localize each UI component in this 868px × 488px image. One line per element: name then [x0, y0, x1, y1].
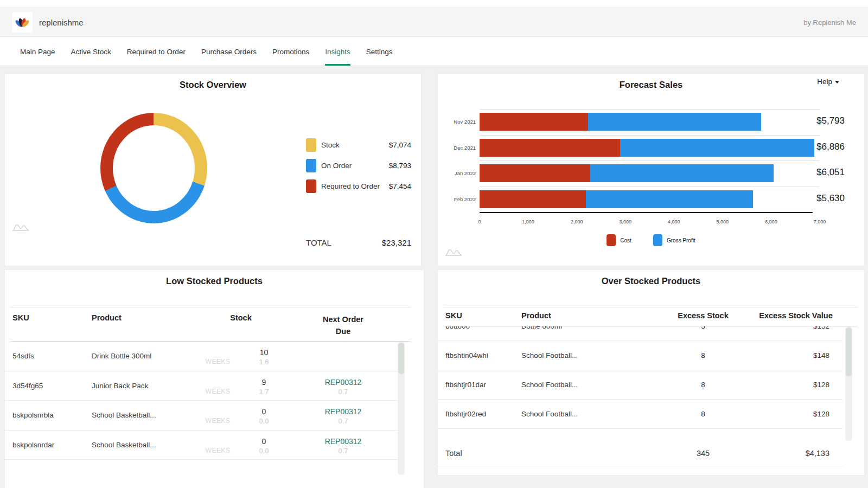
sku-cell: 54sdfs [12, 352, 92, 360]
bar-total-label: $5,793 [816, 115, 845, 126]
tab-label: Promotions [272, 48, 309, 56]
weeks-value: 0.0 [241, 417, 287, 425]
forecast-sales-title: Forecast Sales [438, 74, 864, 90]
stock-cell: 0WEEKS0.0 [195, 435, 287, 455]
bar-segment-cost [480, 113, 588, 131]
stock-cell: 10WEEKS1.6 [195, 346, 287, 366]
forecast-row-2: Dec 2021 [480, 135, 820, 161]
stock-overview-legend: Stock$7,074On Order$8,793Required to Ord… [306, 138, 411, 200]
tab-purchase-orders[interactable]: Purchase Orders [201, 37, 257, 66]
scrollbar-thumb[interactable] [846, 328, 852, 376]
x-tick: 4,000 [668, 219, 680, 224]
donut-hole [113, 125, 195, 211]
weeks-label: WEEKS [195, 388, 241, 396]
tab-label: Purchase Orders [201, 48, 257, 56]
stock-overview-total: TOTAL $23,321 [306, 238, 411, 247]
excess-stock-value-cell: $128 [749, 381, 843, 389]
table-row: bott600Bottle 600ml5$152 [438, 326, 843, 341]
table-row: bskpolsnrdarSchool Basketball...0WEEKS0.… [5, 431, 399, 460]
tab-main-page[interactable]: Main Page [20, 37, 55, 66]
legend-swatch-icon [306, 179, 316, 193]
bar-segment-gross-profit [590, 164, 774, 182]
bar-segment-gross-profit [586, 190, 753, 208]
legend-item-on-order[interactable]: On Order$8,793 [306, 158, 411, 172]
scrollbar-thumb[interactable] [398, 343, 404, 374]
col-header-sku: SKU [445, 311, 521, 320]
sku-cell: bskpolsnrbla [12, 411, 92, 419]
legend-item-gross-profit[interactable]: Gross Profit [653, 234, 695, 246]
total-label: Total [445, 442, 521, 466]
excess-stock-value-cell: $148 [749, 351, 843, 359]
over-stocked-rows: bott600Bottle 600ml5$152ftbshtin04whiSch… [438, 326, 843, 441]
bar-total-label: $5,630 [816, 193, 845, 204]
stacked-bar[interactable] [480, 113, 820, 131]
forecast-bar-chart[interactable]: Nov 2021Dec 2021Jan 2022Feb 2022 [480, 109, 820, 212]
total-value: $23,321 [382, 238, 411, 247]
legend-item-cost[interactable]: Cost [607, 234, 631, 246]
tab-settings[interactable]: Settings [366, 37, 393, 66]
byline-text: by Replenish Me [803, 18, 856, 27]
bar-segment-gross-profit [620, 139, 814, 157]
x-tick: 2,000 [571, 219, 583, 224]
legend-item-required-to-order[interactable]: Required to Order$7,454 [306, 179, 411, 193]
legend-item-stock[interactable]: Stock$7,074 [306, 138, 411, 152]
tab-required-to-order[interactable]: Required to Order [127, 37, 186, 66]
next-order-cell: REP003120.7 [287, 376, 399, 396]
x-tick: 3,000 [619, 219, 631, 224]
order-link[interactable]: REP00312 [287, 407, 399, 416]
next-order-cell: REP003120.7 [287, 405, 399, 425]
excess-stock-cell: 8 [657, 381, 749, 389]
next-order-cell [287, 355, 399, 357]
tab-label: Active Stock [71, 48, 111, 56]
low-stocked-title: Low Stocked Products [5, 270, 424, 286]
col-header-stock: Stock [195, 313, 287, 338]
tab-active-stock[interactable]: Active Stock [71, 37, 111, 66]
stock-value: 0 [241, 407, 287, 416]
stacked-bar[interactable] [480, 139, 820, 157]
stacked-bar[interactable] [480, 164, 820, 182]
legend-label: On Order [321, 162, 389, 170]
order-weeks-value: 0.7 [287, 447, 399, 455]
legend-label: Gross Profit [667, 237, 695, 243]
sku-cell: ftbshtin04whi [445, 351, 521, 359]
col-header-product: Product [92, 313, 195, 338]
forecast-row-3: Jan 2022 [480, 160, 820, 187]
next-order-cell: REP003120.7 [287, 435, 399, 455]
tab-promotions[interactable]: Promotions [272, 37, 309, 66]
over-stocked-scrollbar[interactable] [845, 326, 852, 441]
stacked-bar[interactable] [480, 190, 820, 208]
forecast-row-4: Feb 2022 [480, 187, 820, 213]
weeks-value: 1.7 [241, 388, 287, 396]
sku-cell: 3d54fg65 [12, 382, 92, 390]
order-link[interactable]: REP00312 [287, 378, 399, 387]
stock-value: 10 [241, 348, 287, 357]
tab-insights[interactable]: Insights [325, 37, 350, 66]
main-nav: Main PageActive StockRequired to OrderPu… [0, 37, 868, 66]
sku-cell: bskpolsnrdar [12, 441, 92, 449]
legend-swatch-icon [306, 159, 316, 172]
legend-value: $7,074 [389, 141, 411, 149]
help-menu-button[interactable]: Help [817, 78, 839, 86]
stock-overview-title: Stock Overview [5, 74, 421, 90]
table-row: ftbshtjr01darSchool Football...8$128 [438, 370, 843, 400]
bar-segment-cost [480, 190, 586, 208]
stock-overview-donut-chart[interactable] [100, 113, 207, 223]
order-link[interactable]: REP00312 [287, 437, 399, 446]
stock-cell: 0WEEKS0.0 [195, 405, 287, 425]
sku-cell: ftbshtjr01dar [445, 381, 521, 389]
legend-swatch-icon [653, 234, 662, 246]
app-header: replenishme by Replenish Me [0, 8, 868, 37]
sku-cell: bott600 [445, 326, 521, 330]
category-label: Dec 2021 [443, 145, 476, 151]
low-stocked-scrollbar[interactable] [398, 342, 405, 475]
col-header-excess-stock: Excess Stock [657, 311, 749, 320]
legend-value: $7,454 [389, 182, 411, 190]
forecast-row-1: Nov 2021 [480, 109, 820, 135]
legend-swatch-icon [607, 234, 616, 246]
table-row: ftbshtin04whiSchool Football...8$148 [438, 341, 843, 370]
legend-value: $8,793 [389, 162, 411, 170]
over-stocked-header: SKU Product Excess Stock Excess Stock Va… [438, 311, 843, 320]
caret-down-icon [835, 81, 839, 84]
bar-total-label: $6,051 [816, 167, 845, 178]
forecast-legend: CostGross Profit [438, 234, 864, 246]
